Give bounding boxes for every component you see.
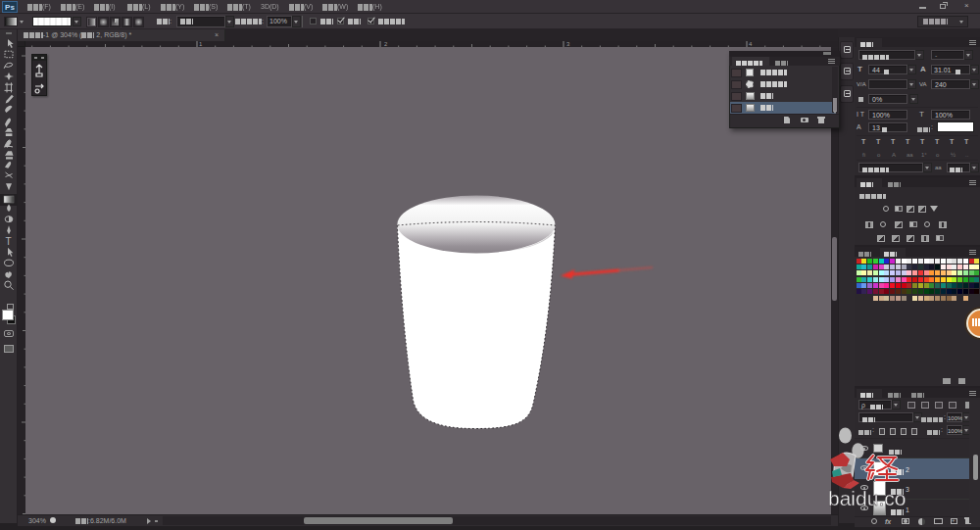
svg-text:T: T: [6, 236, 12, 247]
svg-text:baidu.co: baidu.co: [828, 487, 906, 509]
